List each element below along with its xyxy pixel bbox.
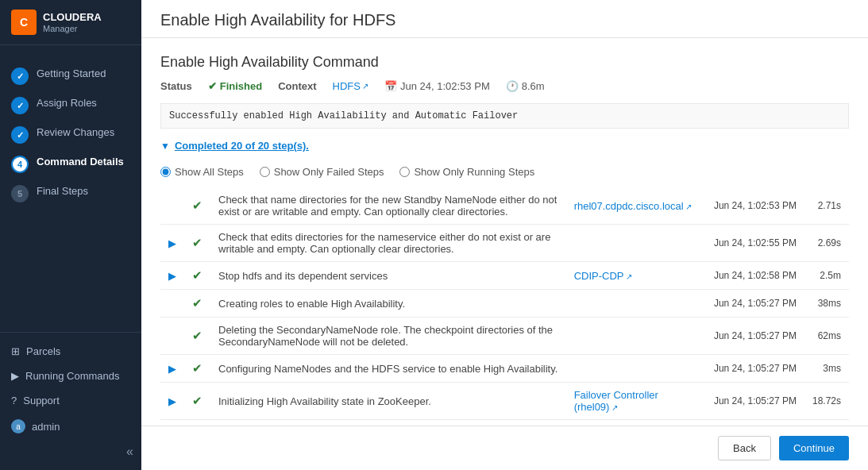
filter-failed-radio[interactable] — [260, 167, 270, 177]
status-cell: ✔ — [184, 318, 210, 355]
table-row: ▶ ✔ Stop hdfs and its dependent services… — [160, 262, 849, 290]
expand-icon[interactable]: ▶ — [168, 237, 176, 249]
step-link[interactable]: Failover Controller (rhel09) ↗ — [574, 389, 693, 413]
expand-cell: ▶ — [160, 262, 184, 290]
duration-cell: 3ms — [804, 355, 849, 383]
step-link[interactable]: rhel07.cdpdc.cisco.local ↗ — [574, 200, 693, 212]
step-description: Configuring NameNodes and the HDFS servi… — [218, 363, 557, 375]
expand-cell — [160, 318, 184, 355]
link-cell: CDIP-CDP ↗ — [566, 262, 701, 290]
collapse-icon: « — [126, 445, 133, 459]
step-label-1: Getting Started — [37, 67, 106, 81]
time-cell: Jun 24, 1:02:55 PM — [701, 225, 804, 262]
step-done-icon: ✔ — [192, 268, 203, 282]
sidebar-item-review-changes[interactable]: ✓ Review Changes — [0, 120, 141, 149]
link-cell — [566, 318, 701, 355]
step-label-4: Command Details — [37, 155, 124, 169]
running-commands-label: Running Commands — [25, 370, 120, 382]
sidebar-item-getting-started[interactable]: ✓ Getting Started — [0, 61, 141, 91]
link-cell — [566, 225, 701, 262]
sidebar-bottom: ⊞ Parcels ▶ Running Commands ? Support a… — [0, 332, 141, 470]
status-bar: Status ✔ Finished Context HDFS ↗ 📅 Jun 2… — [160, 80, 849, 92]
status-cell: ✔ — [184, 262, 210, 290]
logo: C CLOUDERA Manager — [0, 0, 141, 45]
step-description: Deleting the SecondaryNameNode role. The… — [218, 324, 553, 348]
sidebar-item-parcels[interactable]: ⊞ Parcels — [0, 339, 141, 364]
status-cell: ✔ — [184, 420, 210, 426]
step-label-2: Assign Roles — [37, 96, 97, 110]
time-cell: Jun 24, 1:02:58 PM — [701, 262, 804, 290]
support-label: Support — [23, 395, 60, 406]
link-cell: rhel07.cdpdc.cisco.local ↗ — [566, 187, 701, 225]
step-circle-4: 4 — [11, 156, 29, 173]
duration-cell: 62ms — [804, 318, 849, 355]
step-link[interactable]: CDIP-CDP ↗ — [574, 270, 633, 282]
step-label-5: Final Steps — [37, 184, 88, 198]
filter-failed[interactable]: Show Only Failed Steps — [260, 166, 384, 178]
context-link[interactable]: HDFS ↗ — [333, 80, 368, 92]
step-label-3: Review Changes — [37, 125, 114, 140]
expand-cell — [160, 290, 184, 318]
calendar-icon: 📅 — [384, 80, 397, 92]
step-description: Stop hdfs and its dependent services — [218, 270, 388, 282]
context-link-text: HDFS — [333, 80, 361, 92]
expand-icon[interactable]: ▶ — [168, 363, 176, 375]
success-message-text: Successfully enabled High Availability a… — [169, 110, 518, 121]
back-button[interactable]: Back — [718, 436, 771, 460]
filter-row: Show All Steps Show Only Failed Steps Sh… — [160, 166, 849, 178]
filter-all[interactable]: Show All Steps — [160, 166, 244, 178]
user-icon: a — [11, 419, 25, 433]
expand-icon[interactable]: ▶ — [168, 395, 176, 407]
clock-icon: 🕐 — [506, 80, 519, 92]
step-done-icon: ✔ — [192, 329, 203, 342]
collapse-sidebar[interactable]: « — [0, 440, 141, 464]
time-cell: Jun 24, 1:02:53 PM — [701, 187, 804, 225]
filter-running-radio[interactable] — [399, 167, 410, 177]
time-cell: Jun 24, 1:05:27 PM — [701, 355, 804, 383]
chevron-down-icon: ▼ — [160, 141, 170, 152]
time-cell: Jun 24, 1:05:46 PM — [701, 420, 804, 426]
continue-button[interactable]: Continue — [779, 436, 849, 460]
external-link-icon: ↗ — [623, 272, 632, 281]
sidebar-item-assign-roles[interactable]: ✓ Assign Roles — [0, 91, 141, 120]
expand-icon[interactable]: ▶ — [168, 270, 176, 282]
description-cell: Initializing High Availability state in … — [210, 383, 566, 420]
admin-label: admin — [32, 421, 60, 433]
external-link-icon: ↗ — [684, 202, 692, 211]
support-icon: ? — [11, 395, 17, 406]
filter-running[interactable]: Show Only Running Steps — [399, 166, 534, 178]
time-cell: Jun 24, 1:05:27 PM — [701, 290, 804, 318]
expand-cell: ▶ — [160, 420, 184, 426]
status-value: ✔ Finished — [208, 80, 262, 92]
duration-cell: 2.5m — [804, 262, 849, 290]
cloudera-logo-icon: C — [11, 10, 37, 35]
page-title: Enable High Availability for HDFS — [160, 11, 849, 29]
step-description: Check that edits directories for the nam… — [218, 231, 550, 255]
table-row: ▶ ✔ Check that edits directories for the… — [160, 225, 849, 262]
status-cell: ✔ — [184, 290, 210, 318]
step-circle-5: 5 — [11, 185, 29, 202]
filter-all-radio[interactable] — [160, 167, 171, 177]
finished-check-icon: ✔ — [208, 80, 217, 92]
sidebar-item-final-steps[interactable]: 5 Final Steps — [0, 179, 141, 208]
sidebar-item-admin[interactable]: a admin — [0, 413, 141, 440]
sidebar: C CLOUDERA Manager ✓ Getting Started ✓ A… — [0, 0, 141, 470]
timestamp-info: 📅 Jun 24, 1:02:53 PM — [384, 80, 490, 92]
step-done-icon: ✔ — [192, 296, 203, 310]
sidebar-item-running-commands[interactable]: ▶ Running Commands — [0, 364, 141, 388]
timestamp-value: Jun 24, 1:02:53 PM — [400, 80, 490, 92]
duration-cell: 2.69s — [804, 225, 849, 262]
expand-cell — [160, 187, 184, 225]
status-cell: ✔ — [184, 355, 210, 383]
sidebar-item-support[interactable]: ? Support — [0, 388, 141, 413]
time-cell: Jun 24, 1:05:27 PM — [701, 383, 804, 420]
link-cell — [566, 290, 701, 318]
description-cell: Deleting the SecondaryNameNode role. The… — [210, 318, 566, 355]
status-cell: ✔ — [184, 187, 210, 225]
description-cell: Configuring NameNodes and the HDFS servi… — [210, 355, 566, 383]
step-description: Initializing High Availability state in … — [218, 395, 431, 407]
steps-table: ✔ Check that name directories for the ne… — [160, 187, 849, 426]
completed-banner[interactable]: ▼ Completed 20 of 20 step(s). — [160, 135, 849, 156]
sidebar-item-command-details[interactable]: 4 Command Details — [0, 149, 141, 179]
expand-cell: ▶ — [160, 383, 184, 420]
